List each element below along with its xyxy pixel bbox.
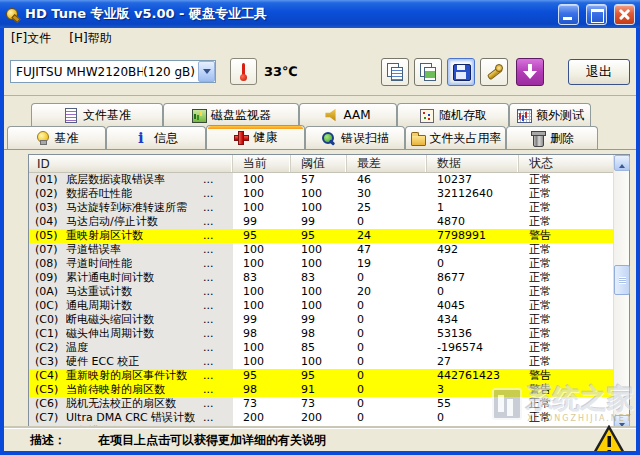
attribute-id: (C5) (35, 383, 66, 397)
tab-row-bottom: 基准信息健康错误扫描文件夹占用率删除 (7, 126, 636, 149)
column-header-0: ID (29, 155, 233, 172)
ellipsis: ... (201, 397, 216, 411)
status-value: 警告 (519, 229, 613, 243)
maximize-button[interactable] (586, 4, 607, 25)
worst-value: 30 (347, 187, 427, 201)
drive-selector[interactable]: FUJITSU MHW2120BH (120 gB) (10, 60, 216, 83)
attribute-id: (C1) (35, 327, 66, 341)
attribute-name-cell: (01)底层数据读取错误率... (29, 173, 233, 187)
ellipsis: ... (201, 173, 216, 187)
worst-value: 0 (347, 271, 427, 285)
tools-button[interactable] (480, 58, 508, 86)
data-value: -196574 (427, 341, 519, 355)
smart-attribute-row[interactable]: (C3)硬件 ECC 校正...100100027正常 (29, 355, 613, 369)
save-button[interactable] (447, 58, 475, 86)
smart-attribute-row[interactable]: (C1)磁头伸出周期计数...9898053136正常 (29, 327, 613, 341)
ellipsis: ... (201, 369, 216, 383)
attribute-name-cell: (C5)当前待映射的扇区数... (29, 383, 233, 397)
tab-文件基准[interactable]: 文件基准 (31, 103, 163, 126)
menu-help[interactable]: [H]帮助 (69, 30, 111, 47)
threshold-value: 98 (291, 327, 347, 341)
scroll-up-icon[interactable] (614, 155, 630, 171)
scrollbar-thumb[interactable] (614, 265, 630, 295)
smart-attribute-row[interactable]: (09)累计通电时间计数...838308677正常 (29, 271, 613, 285)
attribute-name-cell: (07)寻道错误率... (29, 243, 233, 257)
status-value: 正常 (519, 173, 613, 187)
health-tab-panel: ID当前阈值最差数据状态 (01)底层数据读取错误率...10057461023… (4, 149, 636, 451)
ellipsis: ... (201, 187, 216, 201)
tab-额外测试[interactable]: 额外测试 (509, 103, 591, 126)
tab-随机存取[interactable]: 随机存取 (397, 103, 509, 126)
tab-健康[interactable]: 健康 (206, 125, 305, 149)
smart-attribute-row[interactable]: (C0)断电磁头缩回计数...99990434正常 (29, 313, 613, 327)
smart-attribute-row[interactable]: (0A)马达重试计数...100100200正常 (29, 285, 613, 299)
close-button[interactable] (614, 4, 635, 25)
status-value: 正常 (519, 201, 613, 215)
status-value: 正常 (519, 187, 613, 201)
menu-file[interactable]: [F]文件 (11, 30, 51, 47)
status-value: 正常 (519, 257, 613, 271)
attribute-id: (C3) (35, 355, 66, 369)
threshold-value: 85 (291, 341, 347, 355)
smart-attribute-row[interactable]: (07)寻道错误率...10010047492正常 (29, 243, 613, 257)
attribute-name: 通电周期计数 (66, 299, 132, 313)
tab-label: 基准 (55, 130, 79, 147)
attribute-name-cell: (04)马达启动/停止计数... (29, 215, 233, 229)
attribute-name: 寻道时间性能 (66, 257, 132, 271)
attribute-id: (09) (35, 271, 66, 285)
tab-信息[interactable]: 信息 (106, 126, 206, 149)
tab-错误扫描[interactable]: 错误扫描 (305, 126, 405, 149)
drive-capacity: (120 gB) (143, 65, 198, 79)
copy-image-button[interactable] (414, 58, 442, 86)
smart-attribute-row[interactable]: (C2)温度...100850-196574正常 (29, 341, 613, 355)
attribute-name: 马达重试计数 (66, 285, 132, 299)
current-value: 83 (233, 271, 291, 285)
copy-text-button[interactable] (381, 58, 409, 86)
tab-row-top: 文件基准磁盘监视器AAM随机存取额外测试 (31, 103, 636, 126)
worst-value: 0 (347, 299, 427, 313)
smart-attribute-row[interactable]: (03)马达旋转到标准转速所需...100100251正常 (29, 201, 613, 215)
vertical-scrollbar[interactable] (613, 155, 629, 431)
current-value: 73 (233, 397, 291, 411)
data-value: 53136 (427, 327, 519, 341)
folder-icon (410, 131, 425, 145)
smart-attribute-row[interactable]: (08)寻道时间性能...100100190正常 (29, 257, 613, 271)
smart-attribute-row[interactable]: (C6)脱机无法校正的扇区数...7373055正常 (29, 397, 613, 411)
drive-model: FUJITSU MHW2120BH (11, 65, 143, 79)
smart-attribute-row[interactable]: (C4)重新映射的扇区事件计数...95950442761423警告 (29, 369, 613, 383)
ellipsis: ... (201, 313, 216, 327)
tab-磁盘监视器[interactable]: 磁盘监视器 (163, 103, 299, 126)
bulb-icon (35, 131, 50, 145)
tab-基准[interactable]: 基准 (7, 126, 106, 149)
tab-文件夹占用率[interactable]: 文件夹占用率 (405, 126, 506, 149)
attribute-id: (04) (35, 215, 66, 229)
smart-attribute-row[interactable]: (C7)Ultra DMA CRC 错误计数...20020000正常 (29, 411, 613, 425)
smart-attribute-row[interactable]: (02)数据吞吐性能...1001003032112640正常 (29, 187, 613, 201)
speaker-icon (325, 109, 338, 122)
hdtune-window: HD Tune 专业版 v5.00 - 硬盘专业工具 [F]文件 [H]帮助 F… (0, 0, 640, 455)
smart-attribute-row[interactable]: (01)底层数据读取错误率...100574610237正常 (29, 173, 613, 187)
tab-删除[interactable]: 删除 (506, 126, 598, 149)
chevron-down-icon[interactable] (198, 61, 215, 82)
smart-attribute-row[interactable]: (04)马达启动/停止计数...999904870正常 (29, 215, 613, 229)
download-button[interactable] (516, 58, 544, 86)
description-label: 描述： (30, 432, 66, 449)
attribute-id: (05) (35, 229, 66, 243)
data-value: 4045 (427, 299, 519, 313)
smart-attribute-row[interactable]: (05)重映射扇区计数...9595247798991警告 (29, 229, 613, 243)
data-value: 3 (427, 383, 519, 397)
smart-attribute-row[interactable]: (0C)通电周期计数...10010004045正常 (29, 299, 613, 313)
ellipsis: ... (201, 243, 216, 257)
smart-attribute-row[interactable]: (C5)当前待映射的扇区数...989103警告 (29, 383, 613, 397)
temperature-button[interactable] (230, 58, 257, 85)
worst-value: 24 (347, 229, 427, 243)
attribute-id: (02) (35, 187, 66, 201)
data-value: 492 (427, 243, 519, 257)
attribute-name: 重映射扇区计数 (66, 229, 143, 243)
exit-button[interactable]: 退出 (568, 59, 630, 85)
ellipsis: ... (201, 327, 216, 341)
tab-AAM[interactable]: AAM (299, 103, 397, 126)
column-header-3: 最差 (347, 155, 427, 172)
minimize-button[interactable] (558, 4, 579, 25)
attribute-name-cell: (05)重映射扇区计数... (29, 229, 233, 243)
